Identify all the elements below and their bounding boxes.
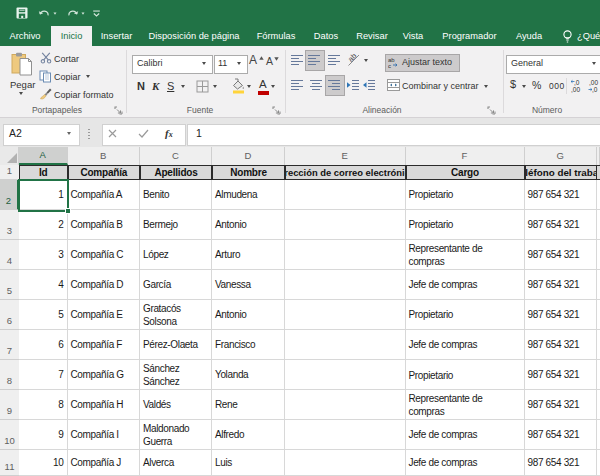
svg-text:c: c (388, 63, 391, 69)
svg-text:,0: ,0 (574, 79, 580, 86)
svg-text:ab: ab (347, 52, 358, 64)
svg-text:,00: ,00 (571, 86, 580, 93)
svg-text:,00: ,00 (589, 79, 598, 86)
svg-text:,0: ,0 (592, 86, 598, 93)
